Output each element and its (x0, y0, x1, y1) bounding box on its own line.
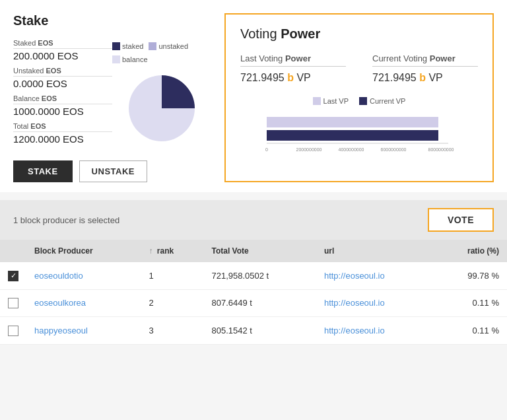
top-section: Stake Staked EOS 200.0000 EOS Unstaked E… (0, 0, 507, 192)
stake-row-label-strong: EOS (38, 39, 53, 47)
unstake-button[interactable]: UNSTAKE (79, 160, 147, 182)
bottom-section: 1 block producer is selected VOTE Block … (0, 200, 507, 345)
balance-legend-label: balance (122, 55, 148, 63)
legend-balance: balance (112, 55, 148, 63)
svg-rect-1 (267, 117, 438, 127)
current-vp-label-plain: Current Voting (372, 53, 430, 63)
col-total-vote: Total Vote (203, 240, 316, 262)
stake-row-label: Unstaked EOS (13, 67, 112, 77)
header-row: Block Producer ↑ rank Total Vote url rat… (0, 240, 507, 262)
chart-legend-last: Last VP (313, 97, 349, 105)
stake-panel: Stake Staked EOS 200.0000 EOS Unstaked E… (13, 13, 211, 182)
total-vote-cell: 721,958.0502 t (203, 262, 316, 289)
rank-cell: 1 (141, 262, 203, 289)
last-vp-label-plain: Last Voting (240, 53, 285, 63)
current-vp-label-bold: Power (430, 53, 456, 63)
row-checkbox[interactable] (8, 326, 18, 336)
last-vp-label-bold: Power (285, 53, 311, 63)
stake-row-label-strong: EOS (46, 67, 61, 75)
row-checkbox[interactable] (8, 298, 18, 308)
stake-row-value: 1000.0000 EOS (13, 106, 112, 117)
bar-chart-svg: 0 2000000000 4000000000 6000000000 80000… (240, 110, 478, 157)
table-row: eoseoulkorea 2 807.6449 t http://eoseoul… (0, 289, 507, 317)
pie-chart (122, 69, 201, 148)
total-vote-cell: 805.1542 t (203, 317, 316, 345)
svg-text:4000000000: 4000000000 (339, 147, 364, 152)
rank-cell: 3 (141, 317, 203, 345)
chart-legend-current-label: Current VP (370, 97, 405, 105)
stake-row-value: 200.0000 EOS (13, 50, 112, 61)
stake-row: Balance EOS 1000.0000 EOS (13, 94, 112, 117)
svg-text:0: 0 (265, 147, 268, 152)
stake-row-label: Total EOS (13, 122, 112, 132)
legend-unstaked: unstaked (149, 42, 188, 50)
rank-cell: 2 (141, 289, 203, 317)
legend-staked: staked (112, 42, 143, 50)
stake-button[interactable]: STAKE (13, 160, 73, 182)
svg-rect-2 (267, 130, 438, 141)
unstaked-legend-box (149, 42, 156, 50)
url-cell: http://eoseoul.io (316, 262, 434, 289)
pie-legend: staked unstaked balance (112, 42, 211, 63)
stake-row-value: 1200.0000 EOS (13, 133, 112, 145)
bp-table-body: eoseouldotio 1 721,958.0502 t http://eos… (0, 262, 507, 344)
col-rank: ↑ rank (141, 240, 203, 262)
bp-name-cell: happyeoseoul (26, 317, 141, 345)
col-url: url (316, 240, 434, 262)
ratio-cell: 99.78 % (434, 262, 507, 289)
svg-text:2000000000: 2000000000 (296, 147, 322, 152)
chart-legend-last-box (313, 97, 321, 105)
voting-title-plain: Voting (240, 26, 281, 41)
bp-table-header: Block Producer ↑ rank Total Vote url rat… (0, 240, 507, 262)
checkbox-cell[interactable] (0, 289, 26, 317)
url-value: http://eoseoul.io (324, 326, 385, 335)
bar-chart: 0 2000000000 4000000000 6000000000 80000… (240, 110, 478, 163)
svg-text:6000000000: 6000000000 (381, 147, 407, 152)
pie-area: staked unstaked balance (112, 39, 211, 150)
bp-name: eoseouldotio (34, 271, 83, 281)
voting-panel: Voting Power Last Voting Power 721.9495 … (224, 13, 494, 182)
bp-name: happyeoseoul (34, 326, 88, 335)
stake-row: Staked EOS 200.0000 EOS (13, 39, 112, 61)
current-vp-value: 721.9495 b VP (372, 72, 478, 84)
table-row: happyeoseoul 3 805.1542 t http://eoseoul… (0, 317, 507, 345)
voting-title: Voting Power (240, 26, 478, 42)
rank-arrow-icon: ↑ (149, 246, 152, 256)
stake-rows: Staked EOS 200.0000 EOS Unstaked EOS 0.0… (13, 39, 112, 150)
bp-table: Block Producer ↑ rank Total Vote url rat… (0, 240, 507, 345)
last-vp-col: Last Voting Power 721.9495 b VP (240, 53, 346, 84)
svg-text:8000000000: 8000000000 (428, 147, 454, 152)
staked-legend-label: staked (122, 42, 143, 50)
current-vp-label: Current Voting Power (372, 53, 478, 67)
vote-button[interactable]: VOTE (428, 208, 494, 232)
url-cell: http://eoseoul.io (316, 317, 434, 345)
chart-legend: Last VP Current VP (240, 97, 478, 105)
balance-legend-box (112, 55, 120, 63)
checkbox-cell[interactable] (0, 317, 26, 345)
bp-name: eoseoulkorea (34, 298, 86, 308)
chart-legend-last-label: Last VP (323, 97, 349, 105)
table-row: eoseouldotio 1 721,958.0502 t http://eos… (0, 262, 507, 289)
bp-name-cell: eoseouldotio (26, 262, 141, 289)
last-vp-value: 721.9495 b VP (240, 72, 346, 84)
checkbox-cell[interactable] (0, 262, 26, 289)
ratio-cell: 0.11 % (434, 289, 507, 317)
row-checkbox[interactable] (8, 271, 18, 281)
stake-row: Unstaked EOS 0.0000 EOS (13, 67, 112, 89)
vote-header: 1 block producer is selected VOTE (0, 200, 507, 240)
url-value: http://eoseoul.io (324, 271, 385, 281)
staked-legend-box (112, 42, 120, 50)
stake-row-label-strong: EOS (42, 94, 57, 102)
voting-title-bold: Power (281, 26, 320, 41)
ratio-cell: 0.11 % (434, 317, 507, 345)
col-ratio: ratio (%) (434, 240, 507, 262)
stake-info: Staked EOS 200.0000 EOS Unstaked EOS 0.0… (13, 39, 211, 150)
current-vp-highlight: b (419, 72, 426, 83)
bp-name-cell: eoseoulkorea (26, 289, 141, 317)
last-vp-label: Last Voting Power (240, 53, 346, 67)
col-checkbox (0, 240, 26, 262)
stake-row-label: Balance EOS (13, 94, 112, 104)
col-bp: Block Producer (26, 240, 141, 262)
stake-row-value: 0.0000 EOS (13, 78, 112, 89)
total-vote-cell: 807.6449 t (203, 289, 316, 317)
